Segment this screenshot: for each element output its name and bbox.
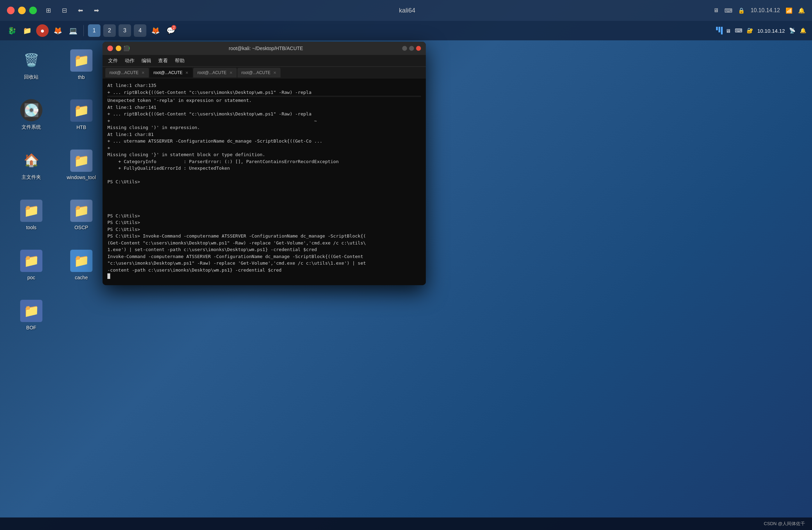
terminal-icon[interactable]: 💻 [67,24,79,37]
term-icon: ⬛ [123,46,129,51]
term-title-text: root@kali: ~/Desktop/HTB/ACUTE [130,46,402,51]
term-line-1: At line:1 char:135 [107,82,421,89]
network-icon [716,27,723,34]
wifi2-icon: 📡 [789,27,796,34]
terminal-menubar: 文件 动作 编辑 查看 帮助 [103,55,426,67]
icon-windows-tool[interactable]: 📁 windows_tool [57,140,106,189]
oscp-img: 📁 [70,200,92,222]
term-cmd-4: Invoke-Command -computername ATSSERVER -… [107,253,421,260]
monitor2-icon: 🖥 [725,28,731,34]
term-cmd-1: PS C:\Utils> Invoke-Command -computernam… [107,233,421,240]
workspace-4[interactable]: 4 [134,24,146,37]
taskbar-ip: 10.10.14.12 [757,28,785,34]
icon-trash[interactable]: 🗑️ 回收站 [7,40,56,89]
term-line-9: At line:1 char:81 [107,131,421,138]
menu-view[interactable]: 查看 [158,58,168,64]
monitor-icon: 🖥 [713,7,719,14]
term-prompt-3: PS C:\Utils> [107,219,421,226]
bottom-bar-attribution: CSDN @人间体佐千 [764,521,805,527]
menu-help[interactable]: 帮助 [175,58,185,64]
workspace-2[interactable]: 2 [103,24,116,37]
term-cmd-2: (Get-Content "c:\users\imonks\Desktop\wm… [107,240,421,247]
split-icon[interactable]: ⊞ [44,6,53,15]
menu-file[interactable]: 文件 [108,58,118,64]
icon-thb[interactable]: 📁 thb [57,40,106,89]
icon-bof[interactable]: 📁 BOF [7,291,56,339]
firefox-icon[interactable]: 🦊 [51,24,64,37]
tab-2-close[interactable]: ✕ [185,71,188,75]
menu-action[interactable]: 动作 [125,58,135,64]
tab-4[interactable]: root@...ACUTE ✕ [237,68,281,78]
poc-img: 📁 [20,250,42,272]
term-line-5: At line:1 char:141 [107,104,421,111]
term-ctrl-2[interactable] [409,46,414,51]
files-icon[interactable]: 📁 [21,24,33,37]
term-blank-2 [107,192,421,199]
term-ctrl-1[interactable] [402,46,407,51]
badge-icon[interactable]: 💬 2 [164,24,177,37]
term-line-13: + CategoryInfo : ParserError: (:) [], Pa… [107,158,421,165]
term-prompt-1: PS C:\Utils> [107,178,421,185]
kali-icon[interactable]: 🐉 [6,24,18,37]
term-minimize[interactable] [107,46,113,51]
icon-cache[interactable]: 📁 cache [57,241,106,289]
term-ctrl-close[interactable] [416,46,421,51]
icon-home[interactable]: 🏠 主文件夹 [7,140,56,189]
minimize-button[interactable] [18,7,26,14]
term-line-10: + ... utername ATSSERVER -ConfigurationN… [107,138,421,145]
home-img: 🏠 [20,149,42,171]
back-icon[interactable]: ⬅ [76,6,85,15]
icon-oscp[interactable]: 📁 OSCP [57,191,106,239]
ip-display: 10.10.14.12 [750,7,780,14]
close-button[interactable] [7,7,15,14]
workspace-3[interactable]: 3 [119,24,131,37]
bottom-bar: CSDN @人间体佐千 [0,517,812,530]
term-blank-1 [107,185,421,192]
icon-filesystem[interactable]: 💽 文件系统 [7,90,56,139]
maximize-button[interactable] [29,7,37,14]
term-cmd-5: "c:\users\imonks\Desktop\wm.ps1" -Raw) -… [107,260,421,267]
term-prompt-2: PS C:\Utils> [107,212,421,219]
term-line-12: Missing closing '}' in statement block o… [107,151,421,158]
taskbar-right: 🖥 ⌨ 🔐 10.10.14.12 📡 🔔 [725,27,806,34]
firefox2-icon[interactable]: 🦊 [149,24,162,37]
menu-edit[interactable]: 编辑 [141,58,151,64]
bof-img: 📁 [20,300,42,322]
term-line-4: Unexpected token '-repla' in expression … [107,97,421,104]
tab-1[interactable]: root@...ACUTE ✕ [105,68,149,78]
filesystem-img: 💽 [20,99,42,121]
bell-icon: 🔔 [798,7,805,14]
workspace-1[interactable]: 1 [88,24,100,37]
red-icon[interactable]: ● [36,24,49,37]
term-line-8: Missing closing ')' in expression. [107,124,421,131]
forward-icon[interactable]: ➡ [92,6,101,15]
term-prompt-4: PS C:\Utils> [107,226,421,233]
wifi-icon: 📶 [786,7,793,14]
term-line-14: + FullyQualifiedErrorId : UnexpectedToke… [107,165,421,172]
tab-1-close[interactable]: ✕ [141,71,145,75]
tab-4-label: root@...ACUTE [242,70,271,75]
htb-img: 📁 [70,99,92,122]
term-right-controls [402,46,421,51]
tab-2-label: root@...ACUTE [154,70,183,75]
layout-icon[interactable]: ⊟ [60,6,69,15]
icon-htb[interactable]: 📁 HTB [57,90,106,139]
icon-tools[interactable]: 📁 tools [7,191,56,239]
top-bar: ⊞ ⊟ ⬅ ➡ kali64 🖥 ⌨ 🔒 10.10.14.12 📶 🔔 [0,0,812,21]
tab-3[interactable]: root@...ACUTE ✕ [193,68,237,78]
top-bar-right: 🖥 ⌨ 🔒 10.10.14.12 📶 🔔 [713,7,805,14]
term-restore[interactable] [116,46,121,51]
tab-3-label: root@...ACUTE [197,70,227,75]
tab-1-label: root@...ACUTE [109,70,139,75]
terminal-content[interactable]: At line:1 char:135 + ... riptBlock{((Get… [103,79,426,285]
trash-img: 🗑️ [20,49,42,71]
tools-img: 📁 [20,200,42,222]
keyboard2-icon: ⌨ [735,27,742,34]
icon-poc[interactable]: 📁 poc [7,241,56,289]
cursor [107,273,110,279]
term-cmd-3: 1.exe') | set-content -path c:\users\imo… [107,246,421,253]
tab-2[interactable]: root@...ACUTE ✕ [149,68,193,78]
terminal-titlebar: root@kali: ~/Desktop/HTB/ACUTE ⬛ [103,42,426,55]
tab-3-close[interactable]: ✕ [229,71,233,75]
tab-4-close[interactable]: ✕ [273,71,276,75]
